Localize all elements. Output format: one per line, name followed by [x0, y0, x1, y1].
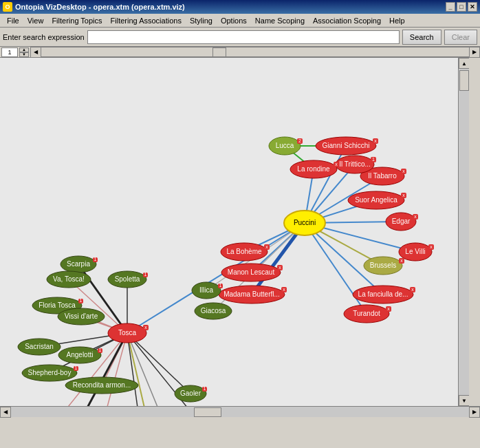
svg-text:1: 1: [80, 298, 83, 303]
top-scrollbar: ▲ ▼ ◀ ▶: [0, 47, 480, 58]
maximize-button[interactable]: □: [457, 2, 466, 12]
scroll-down-arrow[interactable]: ▼: [459, 395, 469, 406]
svg-text:2: 2: [298, 138, 301, 143]
scroll-up-arrow[interactable]: ▲: [459, 58, 469, 69]
node-giacosa[interactable]: [195, 303, 232, 319]
menu-file[interactable]: File: [3, 15, 23, 26]
svg-text:x: x: [387, 306, 390, 311]
node-illica[interactable]: [192, 282, 221, 299]
node-puccini[interactable]: [284, 211, 325, 235]
menu-help[interactable]: Help: [385, 15, 409, 26]
node-gaoler[interactable]: [175, 385, 206, 402]
svg-text:1: 1: [204, 386, 206, 391]
hscroll-left-arrow[interactable]: ◀: [0, 407, 11, 418]
horizontal-bottom-thumb[interactable]: [194, 407, 221, 417]
svg-text:x: x: [414, 214, 417, 219]
search-input[interactable]: [87, 30, 400, 44]
node-butterfly[interactable]: [219, 286, 285, 303]
edge-tosca-mario: [76, 333, 127, 406]
page-input[interactable]: [1, 47, 18, 57]
scroll-right-arrow[interactable]: ▶: [469, 47, 480, 58]
svg-text:x: x: [283, 287, 285, 292]
menu-options[interactable]: Options: [217, 15, 251, 26]
node-larondine[interactable]: [290, 160, 337, 178]
svg-text:x: x: [402, 169, 405, 173]
svg-text:x: x: [265, 244, 268, 249]
node-fanciulla[interactable]: [353, 286, 413, 303]
node-suorangelica[interactable]: [348, 191, 404, 209]
node-angelotti[interactable]: [58, 347, 101, 363]
search-bar: Enter search expression Search Clear: [0, 28, 480, 47]
node-trittico[interactable]: [336, 156, 374, 173]
node-recondita[interactable]: [65, 377, 138, 394]
node-edgar[interactable]: [386, 213, 416, 231]
node-vatosca[interactable]: [47, 271, 91, 288]
node-sacristan[interactable]: [18, 339, 61, 355]
menu-view[interactable]: View: [23, 15, 48, 26]
svg-text:1: 1: [94, 257, 97, 262]
node-shepherd[interactable]: [22, 365, 77, 381]
node-turandot[interactable]: [344, 305, 389, 323]
node-villi[interactable]: [399, 243, 432, 261]
title-bar: O Ontopia VizDesktop - opera.xtm (opera.…: [0, 0, 480, 14]
node-giannischicchi[interactable]: [316, 137, 376, 155]
close-button[interactable]: ✕: [468, 2, 477, 12]
vertical-scroll-track[interactable]: [459, 69, 469, 395]
search-label: Enter search expression: [3, 33, 85, 41]
svg-text:x: x: [400, 258, 403, 263]
node-spoletta[interactable]: [108, 271, 146, 288]
edge-tosca-latosca: [127, 333, 175, 406]
menu-filtering-associations[interactable]: Filtering Associations: [107, 15, 186, 26]
node-vissi[interactable]: [58, 308, 105, 325]
svg-text:1: 1: [219, 283, 222, 288]
svg-text:1: 1: [99, 348, 102, 352]
menu-styling[interactable]: Styling: [186, 15, 217, 26]
clear-button[interactable]: Clear: [444, 30, 477, 45]
search-button[interactable]: Search: [402, 30, 441, 45]
node-brussels[interactable]: [364, 257, 402, 275]
edge-tosca-elucevan: [96, 333, 127, 406]
node-laboheme[interactable]: [221, 243, 268, 261]
node-scarpia[interactable]: [61, 256, 96, 273]
node-tosca[interactable]: [108, 323, 146, 343]
menu-association-scoping[interactable]: Association Scoping: [309, 15, 385, 26]
menu-filtering-topics[interactable]: Filtering Topics: [47, 15, 106, 26]
scroll-left-arrow[interactable]: ◀: [30, 47, 41, 58]
svg-text:1: 1: [75, 365, 78, 370]
svg-text:x: x: [144, 325, 147, 330]
svg-text:1: 1: [144, 272, 147, 277]
svg-text:x: x: [411, 287, 414, 292]
horizontal-bottom-track[interactable]: [11, 407, 469, 417]
right-scrollbar: ▲ ▼: [458, 58, 469, 406]
visualization-svg: Puccini La Bohème x Manon Lescaut x Mada…: [0, 58, 469, 406]
canvas-area[interactable]: Puccini La Bohème x Manon Lescaut x Mada…: [0, 58, 469, 406]
svg-text:1: 1: [372, 157, 375, 162]
app-icon: O: [3, 2, 12, 12]
menu-bar: File View Filtering Topics Filtering Ass…: [0, 14, 480, 28]
svg-text:x: x: [402, 193, 405, 198]
svg-text:x: x: [335, 162, 338, 167]
horizontal-scroll-thumb[interactable]: [212, 47, 226, 57]
hscroll-right-arrow[interactable]: ▶: [469, 407, 480, 418]
svg-text:x: x: [430, 244, 433, 249]
page-up-button[interactable]: ▲: [19, 47, 29, 52]
page-down-button[interactable]: ▼: [19, 52, 29, 57]
svg-text:x: x: [279, 265, 281, 270]
node-manon[interactable]: [221, 264, 281, 281]
bottom-scrollbar: ◀ ▶: [0, 406, 480, 417]
window-title: Ontopia VizDesktop - opera.xtm (opera.xt…: [15, 3, 185, 11]
menu-name-scoping[interactable]: Name Scoping: [251, 15, 309, 26]
edge-tosca-rome: [127, 333, 148, 406]
node-lucca[interactable]: [269, 137, 301, 155]
vertical-scroll-thumb[interactable]: [459, 70, 469, 91]
svg-text:x: x: [374, 138, 377, 143]
horizontal-scroll-track[interactable]: [41, 47, 469, 57]
minimize-button[interactable]: _: [446, 2, 455, 12]
